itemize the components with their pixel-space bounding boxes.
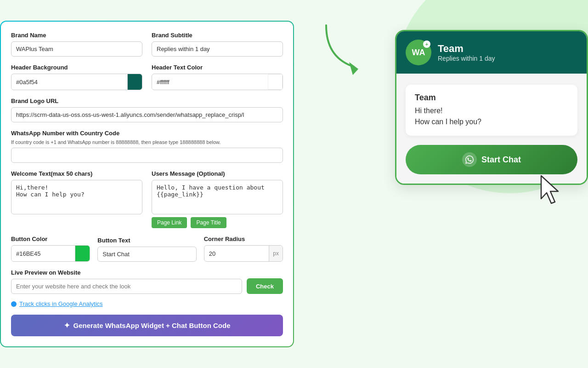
- whatsapp-number-input[interactable]: [11, 148, 283, 163]
- group-header-text-color: Header Text Color: [152, 64, 283, 90]
- preview-wrapper: WA + Team Replies within 1 day Team Hi t…: [395, 21, 588, 185]
- brand-logo-label: Brand Logo URL: [11, 98, 283, 104]
- preview-brand-name: Team: [438, 43, 495, 55]
- group-welcome-text: Welcome Text(max 50 chars) Hi,there! How…: [11, 170, 142, 228]
- header-text-color-input-wrap: [152, 74, 283, 90]
- main-container: Brand Name Brand Subtitle Header Backgro…: [0, 21, 588, 347]
- start-chat-label: Start Chat: [481, 155, 521, 165]
- group-brand-name: Brand Name: [11, 32, 142, 57]
- header-text-color-input[interactable]: [152, 75, 268, 89]
- row-messages: Welcome Text(max 50 chars) Hi,there! How…: [11, 170, 283, 228]
- row-colors: Header Background Header Text Color: [11, 64, 283, 90]
- header-text: Team Replies within 1 day: [438, 43, 495, 62]
- button-color-label: Button Color: [11, 236, 90, 242]
- analytics-link[interactable]: Track clicks in Google Analytics: [19, 300, 103, 307]
- header-text-color-label: Header Text Color: [152, 64, 283, 71]
- brand-name-label: Brand Name: [11, 32, 142, 39]
- analytics-radio[interactable]: [11, 301, 17, 307]
- chat-bubble: Team Hi there! How can I help you?: [406, 85, 577, 136]
- button-color-input-wrap: [11, 245, 90, 262]
- wa-plus-icon: +: [423, 40, 430, 48]
- widget-body: Team Hi there! How can I help you? Start…: [396, 74, 587, 184]
- brand-subtitle-label: Brand Subtitle: [152, 32, 283, 39]
- check-button[interactable]: Check: [247, 278, 283, 294]
- start-chat-button[interactable]: Start Chat: [406, 145, 577, 174]
- tag-buttons: Page Link Page Title: [152, 217, 283, 228]
- button-text-label: Button Text: [97, 237, 196, 244]
- row-button-settings: Button Color Button Text Corner Radius p…: [11, 236, 283, 262]
- form-panel: Brand Name Brand Subtitle Header Backgro…: [0, 21, 294, 347]
- button-text-input[interactable]: [97, 247, 196, 262]
- start-chat-wa-icon: [462, 152, 477, 167]
- whatsapp-number-sublabel: If country code is +1 and WhatsApp numbe…: [11, 139, 283, 145]
- users-message-label: Users Message (Optional): [152, 170, 283, 177]
- corner-radius-label: Corner Radius: [204, 236, 283, 242]
- group-whatsapp-number: WhatsApp Number with Country Code If cou…: [11, 130, 283, 163]
- row-brand: Brand Name Brand Subtitle: [11, 32, 283, 57]
- whatsapp-number-label: WhatsApp Number with Country Code: [11, 130, 283, 137]
- generate-button[interactable]: ✦ Generate WhatsApp Widget + Chat Button…: [11, 315, 283, 336]
- wa-logo-text: WA: [412, 48, 425, 58]
- brand-name-input[interactable]: [11, 41, 142, 57]
- generate-button-label: Generate WhatsApp Widget + Chat Button C…: [74, 322, 231, 329]
- chat-line2: How can I help you?: [415, 116, 568, 127]
- group-brand-subtitle: Brand Subtitle: [152, 32, 283, 57]
- header-text-color-swatch[interactable]: [268, 74, 283, 90]
- group-users-message: Users Message (Optional) Hello, I have a…: [152, 170, 283, 228]
- welcome-text-input[interactable]: Hi,there! How can I help you?: [11, 180, 142, 214]
- row-analytics: Track clicks in Google Analytics: [11, 300, 283, 307]
- header-bg-input-wrap: [11, 74, 142, 90]
- row-whatsapp: WhatsApp Number with Country Code If cou…: [11, 130, 283, 163]
- px-unit-label: px: [269, 246, 283, 261]
- chat-line1: Hi there!: [415, 105, 568, 116]
- button-color-swatch[interactable]: [75, 246, 90, 261]
- group-brand-logo: Brand Logo URL: [11, 98, 283, 122]
- welcome-text-label: Welcome Text(max 50 chars): [11, 170, 142, 177]
- widget-header: WA + Team Replies within 1 day: [396, 31, 587, 74]
- svg-marker-0: [349, 62, 358, 75]
- chat-agent-name: Team: [415, 93, 568, 103]
- arrow-icon: [322, 21, 368, 76]
- svg-marker-1: [541, 176, 558, 203]
- row-logo: Brand Logo URL: [11, 98, 283, 122]
- header-bg-swatch[interactable]: [127, 74, 142, 90]
- cursor-icon: [537, 173, 563, 206]
- group-live-preview: Live Preview on Website: [11, 269, 242, 294]
- page-link-button[interactable]: Page Link: [152, 217, 187, 228]
- live-preview-input[interactable]: [11, 279, 242, 294]
- corner-radius-input[interactable]: [204, 247, 269, 261]
- live-preview-label: Live Preview on Website: [11, 269, 242, 276]
- brand-logo-input[interactable]: [11, 107, 283, 122]
- preview-panel: WA + Team Replies within 1 day Team Hi t…: [395, 30, 588, 185]
- header-bg-label: Header Background: [11, 64, 142, 71]
- wa-logo: WA +: [406, 40, 431, 65]
- users-message-input[interactable]: Hello, I have a question about {{page_li…: [152, 180, 283, 214]
- header-bg-input[interactable]: [11, 75, 127, 89]
- row-live-preview: Live Preview on Website Check: [11, 269, 283, 294]
- group-button-text: Button Text: [97, 237, 196, 262]
- preview-brand-subtitle: Replies within 1 day: [438, 55, 495, 62]
- widget-card: WA + Team Replies within 1 day Team Hi t…: [395, 30, 588, 185]
- arrow-container: [322, 21, 368, 122]
- group-corner-radius: Corner Radius px: [204, 236, 283, 262]
- brand-subtitle-input[interactable]: [152, 41, 283, 57]
- corner-radius-input-wrap: px: [204, 245, 283, 262]
- page-title-button[interactable]: Page Title: [191, 217, 226, 228]
- button-color-input[interactable]: [11, 247, 75, 261]
- group-header-bg: Header Background: [11, 64, 142, 90]
- group-button-color: Button Color: [11, 236, 90, 262]
- sparkle-icon: ✦: [64, 321, 70, 330]
